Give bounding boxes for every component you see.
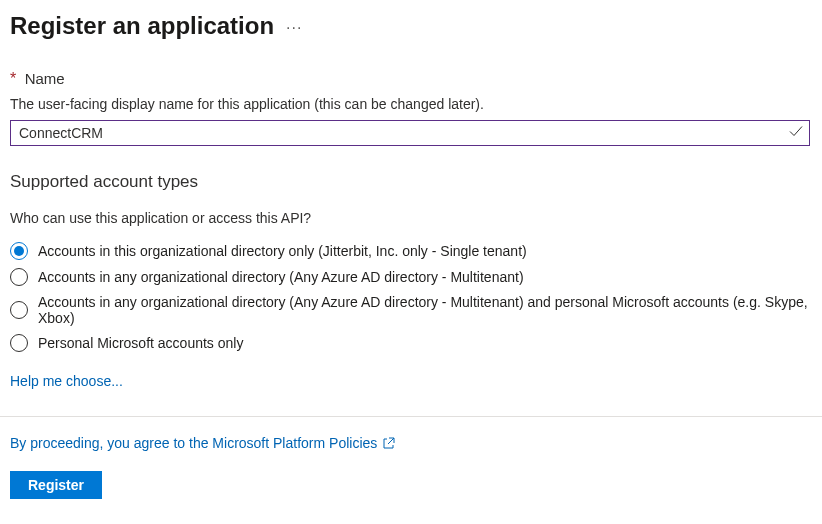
account-types-question: Who can use this application or access t… [10, 210, 812, 226]
name-hint: The user-facing display name for this ap… [10, 96, 812, 112]
name-input[interactable] [10, 120, 810, 146]
account-type-label: Accounts in this organizational director… [38, 243, 527, 259]
page-title-row: Register an application ··· [10, 12, 812, 40]
account-type-option-1[interactable]: Accounts in any organizational directory… [10, 268, 812, 286]
radio-icon [10, 242, 28, 260]
account-type-option-3[interactable]: Personal Microsoft accounts only [10, 334, 812, 352]
radio-icon [10, 334, 28, 352]
account-types-radio-group: Accounts in this organizational director… [10, 242, 812, 352]
radio-icon [10, 268, 28, 286]
account-types-heading: Supported account types [10, 172, 812, 192]
account-types-section: Supported account types Who can use this… [10, 172, 812, 390]
platform-policies-link[interactable]: By proceeding, you agree to the Microsof… [10, 435, 377, 451]
account-type-label: Accounts in any organizational directory… [38, 269, 524, 285]
ellipsis-icon[interactable]: ··· [286, 19, 302, 37]
account-type-option-0[interactable]: Accounts in this organizational director… [10, 242, 812, 260]
required-asterisk: * [10, 70, 16, 87]
name-label: Name [25, 70, 65, 87]
name-input-wrap [10, 120, 810, 146]
account-type-option-2[interactable]: Accounts in any organizational directory… [10, 294, 812, 326]
register-button[interactable]: Register [10, 471, 102, 499]
footer-divider [0, 416, 822, 417]
account-type-label: Accounts in any organizational directory… [38, 294, 812, 326]
help-me-choose-link[interactable]: Help me choose... [10, 373, 123, 389]
name-section: * Name The user-facing display name for … [10, 70, 812, 146]
name-label-row: * Name [10, 70, 812, 88]
radio-icon [10, 301, 28, 319]
page-title: Register an application [10, 12, 274, 40]
external-link-icon [383, 437, 395, 449]
account-type-label: Personal Microsoft accounts only [38, 335, 243, 351]
consent-row: By proceeding, you agree to the Microsof… [10, 435, 812, 451]
